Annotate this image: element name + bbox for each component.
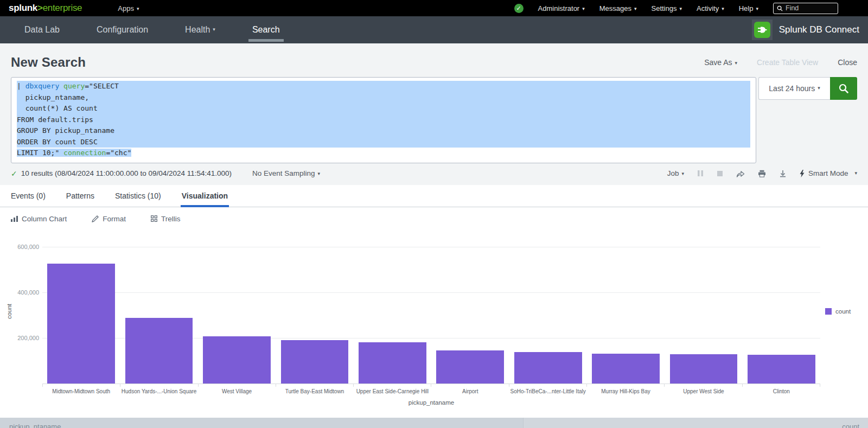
time-range-picker[interactable]: Last 24 hours bbox=[758, 77, 830, 100]
results-status-bar: ✓ 10 results (08/04/2024 11:00:00.000 to… bbox=[0, 163, 868, 185]
x-axis-title: pickup_ntaname bbox=[42, 394, 820, 406]
create-table-view-button: Create Table View bbox=[757, 58, 818, 67]
y-tick-label: 400,000 bbox=[17, 289, 39, 296]
chart-bar-9[interactable] bbox=[670, 354, 738, 384]
chart-bar-6[interactable] bbox=[436, 350, 504, 384]
chart-legend[interactable]: count bbox=[820, 239, 868, 384]
column-header-pickup-ntaname[interactable]: pickup_ntaname bbox=[0, 418, 524, 428]
menu-administrator[interactable]: Administrator bbox=[538, 4, 585, 12]
x-category-label: West Village bbox=[198, 388, 276, 394]
health-status-icon[interactable]: ✓ bbox=[514, 4, 524, 13]
chart-plot-area bbox=[42, 239, 820, 384]
chart-bar-10[interactable] bbox=[748, 355, 815, 383]
y-axis-labels: 200,000400,000600,000 bbox=[18, 239, 42, 384]
bar-slot bbox=[198, 239, 276, 384]
trellis-button[interactable]: Trellis bbox=[151, 215, 181, 223]
visualization-toolbar: Column Chart Format Trellis bbox=[0, 207, 868, 229]
bar-slot bbox=[354, 239, 431, 384]
search-mode-menu[interactable]: Smart Mode bbox=[800, 169, 857, 177]
x-category-label: Upper East Side-Carnegie Hill bbox=[354, 388, 431, 394]
tab-events[interactable]: Events (0) bbox=[11, 185, 46, 207]
query-line: ORDER BY count DESC bbox=[17, 137, 750, 148]
appnav-item-configuration[interactable]: Configuration bbox=[97, 16, 148, 43]
app-title-label: Splunk DB Connect bbox=[779, 24, 859, 35]
chart-bar-5[interactable] bbox=[359, 342, 426, 383]
chart-bar-8[interactable] bbox=[592, 354, 660, 384]
close-button[interactable]: Close bbox=[838, 58, 857, 67]
menu-help[interactable]: Help bbox=[739, 4, 758, 12]
top-system-bar: splunk>enterprise Apps ✓ AdministratorMe… bbox=[0, 0, 868, 16]
search-icon bbox=[777, 5, 783, 11]
pause-icon[interactable] bbox=[697, 170, 704, 177]
chart-type-button[interactable]: Column Chart bbox=[11, 215, 67, 223]
x-axis-ticks bbox=[42, 384, 820, 387]
query-line: pickup_ntaname, bbox=[17, 92, 750, 104]
find-input[interactable] bbox=[786, 4, 829, 12]
query-line: GROUP BY pickup_ntaname bbox=[17, 125, 750, 137]
tab-patterns[interactable]: Patterns bbox=[66, 185, 94, 207]
column-header-count[interactable]: count bbox=[524, 418, 868, 428]
appnav-item-health[interactable]: Health bbox=[185, 16, 215, 43]
trellis-grid-icon bbox=[151, 215, 157, 222]
y-tick-label: 600,000 bbox=[17, 244, 39, 250]
print-icon[interactable] bbox=[758, 170, 766, 177]
x-category-label: Murray Hill-Kips Bay bbox=[587, 388, 665, 394]
find-search-box[interactable] bbox=[773, 3, 838, 14]
results-tab-bar: Events (0)PatternsStatistics (10)Visuali… bbox=[0, 185, 868, 207]
appnav-item-search[interactable]: Search bbox=[252, 16, 280, 43]
x-category-label: Hudson Yards-...-Union Square bbox=[120, 388, 197, 394]
menu-messages[interactable]: Messages bbox=[599, 4, 637, 12]
bolt-icon bbox=[800, 170, 805, 177]
save-as-button[interactable]: Save As bbox=[704, 58, 737, 67]
x-category-label: SoHo-TriBeCa-...nter-Little Italy bbox=[509, 388, 586, 394]
search-query-input[interactable]: | dbxquery query="SELECT pickup_ntaname,… bbox=[11, 77, 756, 163]
apps-menu[interactable]: Apps bbox=[118, 4, 139, 12]
page-title: New Search bbox=[11, 55, 86, 70]
chart-bar-3[interactable] bbox=[203, 336, 271, 383]
pencil-icon bbox=[92, 215, 99, 222]
export-download-icon[interactable] bbox=[779, 170, 787, 177]
x-category-label: Clinton bbox=[743, 388, 820, 394]
query-line: LIMIT 10;" connection="chc" bbox=[17, 148, 750, 159]
bar-slot bbox=[276, 239, 353, 384]
event-sampling-menu[interactable]: No Event Sampling bbox=[252, 169, 320, 177]
chart-bar-7[interactable] bbox=[514, 352, 582, 384]
app-title: Splunk DB Connect bbox=[752, 20, 859, 40]
run-search-button[interactable] bbox=[830, 77, 857, 100]
legend-swatch bbox=[825, 308, 832, 315]
y-axis-title: count bbox=[6, 303, 12, 318]
format-button[interactable]: Format bbox=[92, 215, 126, 223]
tab-visualization[interactable]: Visualization bbox=[182, 185, 228, 207]
tab-statistics[interactable]: Statistics (10) bbox=[115, 185, 161, 207]
x-axis-labels: Midtown-Midtown SouthHudson Yards-...-Un… bbox=[42, 387, 820, 394]
bar-slot bbox=[42, 239, 120, 384]
menu-activity[interactable]: Activity bbox=[697, 4, 724, 12]
chart-bar-1[interactable] bbox=[47, 264, 115, 384]
stop-icon[interactable] bbox=[717, 170, 723, 177]
results-status-text: 10 results (08/04/2024 11:00:00.000 to 0… bbox=[21, 169, 232, 177]
share-icon[interactable] bbox=[736, 170, 745, 177]
column-chart: count 200,000400,000600,000 count Midtow… bbox=[0, 229, 868, 406]
bar-slot bbox=[665, 239, 742, 384]
bar-slot bbox=[431, 239, 509, 384]
statistics-table-header: pickup_ntaname count bbox=[0, 418, 868, 428]
menu-settings[interactable]: Settings bbox=[652, 4, 682, 12]
bar-slot bbox=[743, 239, 820, 384]
chart-bar-2[interactable] bbox=[125, 318, 193, 384]
x-category-label: Airport bbox=[431, 388, 509, 394]
legend-label: count bbox=[835, 308, 851, 315]
splunk-logo: splunk>enterprise bbox=[9, 3, 82, 14]
column-chart-icon bbox=[11, 215, 18, 222]
search-icon bbox=[838, 83, 849, 94]
db-connect-icon bbox=[752, 20, 773, 40]
x-category-label: Turtle Bay-East Midtown bbox=[276, 388, 353, 394]
job-menu[interactable]: Job bbox=[667, 169, 684, 177]
x-category-label: Upper West Side bbox=[665, 388, 742, 394]
appnav-item-data-lab[interactable]: Data Lab bbox=[24, 16, 60, 43]
search-row: | dbxquery query="SELECT pickup_ntaname,… bbox=[0, 77, 868, 163]
bar-slot bbox=[509, 239, 586, 384]
chart-bar-4[interactable] bbox=[281, 340, 349, 384]
query-line: count(*) AS count bbox=[17, 103, 750, 114]
query-line: | dbxquery query="SELECT bbox=[17, 81, 750, 92]
query-line: FROM default.trips bbox=[17, 114, 750, 126]
